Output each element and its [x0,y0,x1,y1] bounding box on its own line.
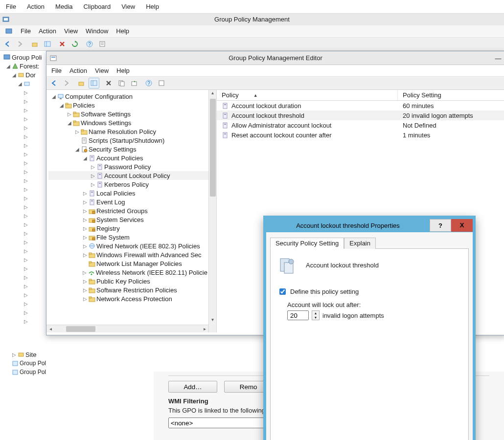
tree-twisty-icon[interactable]: ▷ [83,235,88,240]
tree-twisty-icon[interactable]: ▷ [75,129,80,134]
tree-twisty-icon[interactable]: ▷ [83,252,88,258]
tree-twisty-icon[interactable]: ▷ [91,164,95,170]
gpme-tree-item[interactable]: ▷Account Lockout Policy [48,171,208,180]
scroll-left-icon[interactable]: ◂ [46,326,54,331]
lockout-threshold-input[interactable] [287,310,309,320]
tree-twisty-icon[interactable]: ▷ [23,99,28,104]
gpme-tree-item[interactable]: ▷Restricted Groups [48,206,208,215]
policy-row[interactable]: Reset account lockout counter after1 min… [217,130,504,140]
tree-twisty-icon[interactable]: ▷ [83,217,88,222]
tree-twisty-icon[interactable]: ▷ [23,301,28,307]
gpme-tree-item[interactable]: ◢Security Settings [48,145,208,154]
gpme-tree-item[interactable]: ▷Windows Firewall with Advanced Sec [48,250,208,259]
tree-twisty-icon[interactable]: ▷ [23,266,28,271]
tree-twisty-icon[interactable]: ▷ [23,169,28,175]
gpme-menu-help[interactable]: Help [116,67,130,74]
tree-twisty-icon[interactable]: ▷ [83,270,87,275]
tree-twisty-icon[interactable]: ◢ [12,72,17,78]
tree-twisty-icon[interactable]: ◢ [67,120,72,126]
copy-button[interactable] [116,78,127,88]
gpm-tree-domains[interactable]: Dor [25,71,36,79]
tree-twisty-icon[interactable]: ▷ [23,310,28,315]
add-button[interactable]: Add… [168,381,217,393]
gpme-menu-file[interactable]: File [51,67,62,74]
vertical-scrollbar[interactable]: ▴ ▾ [208,90,216,332]
gpme-tree[interactable]: ◢Computer Configuration◢Policies▷Softwar… [46,90,217,332]
gpme-tree-item[interactable]: ▷Public Key Policies [48,277,208,286]
gpm-menu-window[interactable]: Window [86,27,108,35]
gpme-tree-item[interactable]: Network List Manager Policies [48,259,208,268]
show-hide-tree-button[interactable] [42,39,53,49]
tree-twisty-icon[interactable]: ◢ [75,147,80,152]
back-button[interactable] [48,78,59,88]
gpm-menu-action[interactable]: Action [39,27,56,35]
tree-twisty-icon[interactable]: ◢ [59,103,64,108]
help-button[interactable]: ? [143,78,154,88]
tree-twisty-icon[interactable]: ▷ [23,134,28,139]
properties-button[interactable] [156,78,167,88]
gpme-tree-item[interactable]: ◢Windows Settings [48,118,208,127]
host-menu-file[interactable]: File [5,1,17,12]
define-policy-checkbox[interactable]: Define this policy setting [277,287,359,296]
gpme-tree-item[interactable]: ◢Account Policies [48,154,208,162]
tree-twisty-icon[interactable]: ▷ [23,196,28,201]
gpme-tree-item[interactable]: ▷Software Restriction Policies [48,286,208,294]
tree-twisty-icon[interactable]: ◢ [51,94,56,99]
tree-twisty-icon[interactable]: ▷ [23,213,28,219]
gpm-tree-forest[interactable]: Forest: [20,63,39,70]
gpme-tree-item[interactable]: ▷Event Log [48,198,208,206]
gpme-menu-action[interactable]: Action [69,67,87,74]
gpme-tree-item[interactable]: ▷Name Resolution Policy [48,127,208,136]
gpme-tree-item[interactable]: ▷Local Policies [48,189,208,198]
gpme-tree-item[interactable]: Scripts (Startup/Shutdown) [48,136,208,145]
tree-twisty-icon[interactable]: ▷ [83,226,88,231]
gpme-tree-item[interactable]: ▷File System [48,233,208,242]
dialog-help-button[interactable]: ? [430,219,451,232]
tree-twisty-icon[interactable]: ▷ [23,240,28,245]
gpme-titlebar[interactable]: Group Policy Management Editor — [46,51,504,65]
define-policy-checkbox-input[interactable] [279,288,286,295]
gpme-tree-item[interactable]: ▷System Services [48,215,208,224]
minimize-button[interactable]: — [491,53,504,64]
gpm-menu-view[interactable]: View [64,27,78,35]
gpme-tree-item[interactable]: ▷Wireless Network (IEEE 802.11) Policie [48,268,208,277]
tree-twisty-icon[interactable]: ▷ [23,275,28,280]
back-button[interactable] [2,39,13,49]
tree-twisty-icon[interactable]: ▷ [12,352,17,357]
tree-twisty-icon[interactable]: ▷ [91,173,95,178]
up-button[interactable] [76,78,87,88]
tree-twisty-icon[interactable]: ▷ [23,292,28,298]
properties-titlebar[interactable]: Account lockout threshold Properties ? X [266,219,473,232]
tree-twisty-icon[interactable]: ▷ [83,208,88,214]
tree-twisty-icon[interactable]: ▷ [23,116,28,122]
gpme-tree-item[interactable]: ◢Computer Configuration [48,92,208,101]
gpme-tree-item[interactable]: ▷Password Policy [48,162,208,171]
policy-row[interactable]: Allow Administrator account lockoutNot D… [217,120,504,130]
show-hide-tree-button[interactable] [89,78,99,88]
hscroll-thumb[interactable] [66,326,95,332]
tree-twisty-icon[interactable]: ▷ [83,243,88,249]
horizontal-scrollbar[interactable]: ◂ ▸ [46,325,208,332]
tree-twisty-icon[interactable]: ▷ [91,182,95,187]
gpme-menu-view[interactable]: View [95,67,109,74]
tree-twisty-icon[interactable]: ▷ [23,90,28,95]
policy-row[interactable]: Account lockout threshold20 invalid logo… [217,110,504,120]
spinner-buttons[interactable]: ▴ ▾ [312,310,320,320]
tree-twisty-icon[interactable]: ▷ [23,125,28,131]
host-menu-view[interactable]: View [120,1,136,12]
gpm-tree[interactable]: Group Poli ◢Forest: ◢Dor ◢ ▷ ▷ ▷ ▷ ▷ ▷ ▷… [0,51,46,438]
tree-twisty-icon[interactable]: ▷ [67,111,72,117]
gpme-tree-item[interactable]: ▷Network Access Protection [48,294,208,303]
tree-twisty-icon[interactable]: ▷ [23,187,28,192]
spinner-down-icon[interactable]: ▾ [312,315,319,320]
export-button[interactable] [129,78,139,88]
tree-twisty-icon[interactable]: ▷ [83,279,88,284]
tree-twisty-icon[interactable]: ▷ [23,319,28,324]
tree-twisty-icon[interactable]: ▷ [23,284,28,289]
col-setting[interactable]: Policy Setting [398,90,504,100]
scroll-thumb[interactable] [210,99,216,197]
refresh-button[interactable] [69,39,80,49]
tree-twisty-icon[interactable]: ▷ [83,287,88,293]
properties-button[interactable] [97,39,108,49]
gpme-tree-item[interactable]: ▷Registry [48,224,208,233]
